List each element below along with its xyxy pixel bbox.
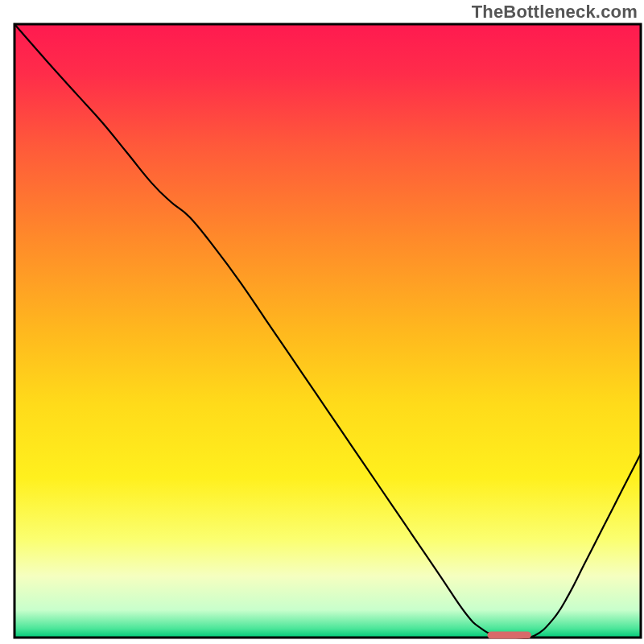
plot-background bbox=[14, 24, 641, 638]
chart-container: TheBottleneck.com bbox=[0, 0, 644, 644]
optimal-range-marker bbox=[487, 631, 530, 638]
bottleneck-chart bbox=[0, 0, 644, 644]
